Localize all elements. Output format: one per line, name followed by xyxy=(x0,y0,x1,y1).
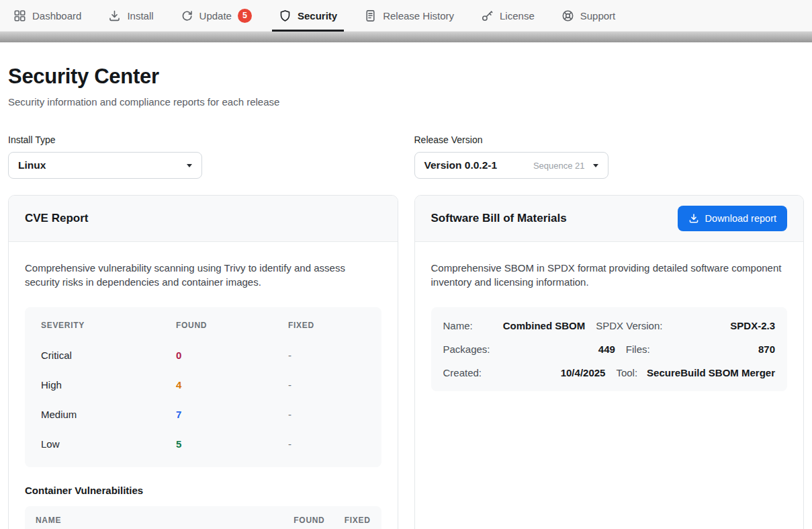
release-version-filter: Release Version Version 0.0.2-1 Sequence… xyxy=(414,134,805,179)
found-count: 0 xyxy=(176,350,288,361)
col-severity: SEVERITY xyxy=(41,321,176,330)
sbom-header: Software Bill of Materials Download repo… xyxy=(415,196,804,242)
lifebuoy-icon xyxy=(561,9,574,22)
severity-label: High xyxy=(41,379,176,391)
detail-label: Packages: xyxy=(443,343,490,355)
fixed-count: - xyxy=(288,379,365,391)
table-row: Medium 7 - xyxy=(25,400,381,430)
col-fixed: FIXED xyxy=(336,516,371,525)
install-type-select[interactable]: Linux xyxy=(8,152,202,179)
nav-tab-label: License xyxy=(500,10,535,22)
severity-label: Low xyxy=(41,438,176,450)
nav-tab-release-history[interactable]: Release History xyxy=(351,0,467,31)
refresh-icon xyxy=(181,9,193,22)
container-vulnerabilities-table-header: NAME FOUND FIXED xyxy=(25,506,381,529)
sbom-details-table: Name: Combined SBOM SPDX Version: SPDX-2… xyxy=(431,307,788,391)
release-version-value: Version 0.0.2-1 xyxy=(424,159,528,171)
update-count-badge: 5 xyxy=(238,9,252,23)
detail-label: Name: xyxy=(443,320,473,331)
cve-report-description: Comprehensive vulnerability scanning usi… xyxy=(25,261,381,290)
detail-value: 449 xyxy=(500,343,615,355)
sbom-body: Comprehensive SBOM in SPDX format provid… xyxy=(415,242,804,410)
cve-report-title: CVE Report xyxy=(25,212,88,225)
nav-tab-dashboard[interactable]: Dashboard xyxy=(0,0,95,31)
col-name: NAME xyxy=(36,516,261,525)
filters-row: Install Type Linux Release Version Versi… xyxy=(8,134,804,179)
detail-label: Created: xyxy=(443,367,482,378)
detail-label: SPDX Version: xyxy=(594,320,662,331)
col-found: FOUND xyxy=(176,321,288,330)
page-subtitle: Security information and compliance repo… xyxy=(8,96,804,108)
shield-icon xyxy=(279,9,291,22)
key-icon xyxy=(481,9,494,22)
sbom-card: Software Bill of Materials Download repo… xyxy=(414,195,805,529)
nav-tab-label: Dashboard xyxy=(32,10,81,22)
table-row: Created: 10/4/2025 Tool: SecureBuild SBO… xyxy=(443,361,776,384)
severity-table: SEVERITY FOUND FIXED Critical 0 - High 4… xyxy=(25,307,381,467)
main-content: Security Center Security information and… xyxy=(0,65,812,529)
page-title: Security Center xyxy=(8,65,804,89)
detail-value: 10/4/2025 xyxy=(491,367,605,378)
table-row: Low 5 - xyxy=(25,430,381,459)
severity-table-header: SEVERITY FOUND FIXED xyxy=(25,310,381,341)
sbom-description: Comprehensive SBOM in SPDX format provid… xyxy=(431,261,788,290)
release-version-label: Release Version xyxy=(414,134,805,145)
found-count: 7 xyxy=(176,409,288,420)
cve-report-header: CVE Report xyxy=(9,196,398,242)
col-found: FOUND xyxy=(271,516,325,525)
download-report-button[interactable]: Download report xyxy=(678,206,787,231)
table-row: Name: Combined SBOM SPDX Version: SPDX-2… xyxy=(443,314,776,337)
cve-report-body: Comprehensive vulnerability scanning usi… xyxy=(9,242,398,529)
sbom-title: Software Bill of Materials xyxy=(431,212,567,225)
report-cards: CVE Report Comprehensive vulnerability s… xyxy=(8,195,804,529)
table-row: High 4 - xyxy=(25,370,381,400)
chevron-down-icon xyxy=(187,164,192,167)
nav-tab-label: Release History xyxy=(383,10,454,22)
fixed-count: - xyxy=(288,409,365,420)
nav-tab-license[interactable]: License xyxy=(467,0,548,31)
nav-tab-update[interactable]: Update 5 xyxy=(167,0,265,31)
found-count: 4 xyxy=(176,379,288,391)
nav-tab-label: Security xyxy=(298,10,337,22)
nav-tab-label: Support xyxy=(580,10,616,22)
fixed-count: - xyxy=(288,438,365,450)
detail-value: 870 xyxy=(660,343,775,355)
detail-value: SecureBuild SBOM Merger xyxy=(647,367,775,378)
grid-icon xyxy=(13,9,26,22)
install-type-filter: Install Type Linux xyxy=(8,134,398,179)
severity-label: Critical xyxy=(41,350,176,361)
detail-label: Files: xyxy=(625,343,650,355)
detail-value: SPDX-2.3 xyxy=(672,320,775,331)
col-fixed: FIXED xyxy=(288,321,365,330)
top-navigation: Dashboard Install Update 5 Security xyxy=(0,0,812,32)
nav-tab-support[interactable]: Support xyxy=(548,0,629,31)
sequence-badge: Sequence 21 xyxy=(533,161,585,171)
found-count: 5 xyxy=(176,438,288,450)
nav-tab-security[interactable]: Security xyxy=(265,0,351,31)
cve-report-card: CVE Report Comprehensive vulnerability s… xyxy=(8,195,398,529)
nav-tab-label: Update xyxy=(199,10,232,22)
table-row: Packages: 449 Files: 870 xyxy=(443,337,776,361)
severity-label: Medium xyxy=(41,409,176,420)
nav-tab-install[interactable]: Install xyxy=(95,0,167,31)
download-report-label: Download report xyxy=(705,213,776,224)
table-row: Critical 0 - xyxy=(25,341,381,370)
document-icon xyxy=(364,9,377,22)
nav-tab-label: Install xyxy=(127,10,153,22)
release-version-select[interactable]: Version 0.0.2-1 Sequence 21 xyxy=(414,152,608,179)
fixed-count: - xyxy=(288,350,365,361)
install-type-label: Install Type xyxy=(8,134,398,145)
install-type-value: Linux xyxy=(18,159,181,171)
download-icon xyxy=(108,9,121,22)
container-vulnerabilities-title: Container Vulnerabilities xyxy=(25,485,381,496)
detail-value: Combined SBOM xyxy=(482,320,586,331)
chevron-down-icon xyxy=(593,164,598,167)
nav-shadow-divider xyxy=(0,32,812,42)
download-icon xyxy=(688,213,699,224)
detail-label: Tool: xyxy=(615,367,637,378)
